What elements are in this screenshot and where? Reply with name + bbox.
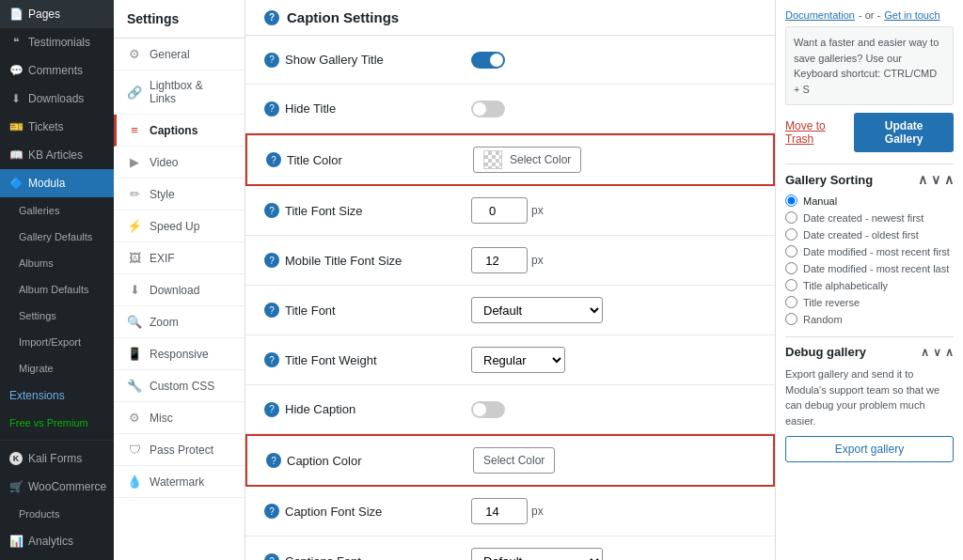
title-font-size-unit: px [531,204,544,217]
help-badge-9[interactable]: ? [266,453,281,468]
sort-modified-last[interactable]: Date modified - most recent last [785,262,954,274]
speed-icon: ⚡ [127,219,142,233]
sort-close-icon[interactable]: ∧ [944,172,954,187]
sub-sidebar-item-lightbox[interactable]: 🔗 Lightbox & Links [114,70,245,115]
sort-manual[interactable]: Manual [785,194,954,207]
pages-icon: 📄 [9,8,23,21]
sort-modified-recent[interactable]: Date modified - most recent first [785,245,954,257]
sidebar-item-comments[interactable]: 💬 Comments [0,56,114,85]
sub-sidebar-item-general[interactable]: ⚙ General [114,39,245,70]
captions-font-label: ? Captions Font [264,553,471,560]
sidebar-divider-1 [0,440,114,441]
title-font-weight-select[interactable]: Regular Bold Light [471,347,565,373]
sidebar-item-galleries[interactable]: Galleries [0,197,114,224]
sub-sidebar-item-custom-css[interactable]: 🔧 Custom CSS [114,370,245,402]
update-gallery-button[interactable]: Update Gallery [854,113,954,152]
sidebar-item-free-premium[interactable]: Free vs Premium [0,410,114,436]
sidebar-item-kali-forms[interactable]: K Kali Forms [0,444,114,473]
help-badge-1[interactable]: ? [264,53,279,68]
caption-color-button[interactable]: Select Color [473,447,555,474]
show-gallery-title-control [471,52,756,69]
debug-down-icon[interactable]: ∨ [933,346,941,359]
sort-title-alpha[interactable]: Title alphabetically [785,279,954,291]
debug-close-icon[interactable]: ∧ [945,346,954,359]
sort-date-oldest[interactable]: Date created - oldest first [785,228,954,241]
hide-caption-toggle[interactable] [471,401,505,418]
help-badge-8[interactable]: ? [264,402,279,417]
sidebar-item-modula[interactable]: 🔷 Modula [0,169,114,197]
title-font-size-control: px [471,197,756,224]
help-badge-4[interactable]: ? [264,203,279,218]
sub-sidebar-item-watermark[interactable]: 💧 Watermark [114,466,245,498]
debug-actions: ∧ ∨ ∧ [921,346,954,359]
hide-caption-control [471,401,756,418]
help-badge-3[interactable]: ? [266,152,281,167]
sidebar-item-migrate[interactable]: Migrate [0,355,114,381]
sub-sidebar-item-captions[interactable]: ≡ Captions [114,115,245,147]
title-color-button[interactable]: Select Color [473,147,581,173]
video-icon: ▶ [127,155,142,169]
title-font-size-input[interactable] [471,197,528,224]
sub-sidebar-item-responsive[interactable]: 📱 Responsive [114,338,245,370]
caption-font-size-label: ? Caption Font Size [264,504,471,519]
sidebar-item-marketing[interactable]: 📣 Marketing [0,555,114,560]
show-gallery-title-toggle[interactable] [471,52,505,69]
sidebar-item-kb-articles[interactable]: 📖 KB Articles [0,141,114,169]
help-badge-7[interactable]: ? [264,352,279,367]
move-to-trash-link[interactable]: Move to Trash [785,119,854,146]
help-badge-5[interactable]: ? [264,253,279,268]
sub-sidebar-item-video[interactable]: ▶ Video [114,147,245,179]
sort-title-reverse[interactable]: Title reverse [785,296,954,308]
sort-random[interactable]: Random [785,313,954,325]
sub-sidebar-item-download[interactable]: ⬇ Download [114,274,245,306]
right-panel: Documentation - or - Get in touch Want a… [775,0,963,560]
testimonials-icon: ❝ [9,36,23,49]
sub-sidebar-item-exif[interactable]: 🖼 EXIF [114,242,245,274]
sort-down-icon[interactable]: ∨ [931,172,940,187]
export-gallery-button[interactable]: Export gallery [785,436,954,462]
title-font-select[interactable]: Default [471,297,603,323]
sidebar-item-downloads[interactable]: ⬇ Downloads [0,85,114,113]
hide-title-toggle[interactable] [471,101,505,117]
documentation-link[interactable]: Documentation [785,9,855,21]
sidebar-item-gallery-defaults[interactable]: Gallery Defaults [0,224,114,250]
help-badge-6[interactable]: ? [264,303,279,318]
sidebar-item-analytics[interactable]: 📊 Analytics [0,527,114,555]
title-color-control: Select Color [473,147,754,173]
help-badge-11[interactable]: ? [264,553,279,560]
title-font-size-row: ? Title Font Size px [245,186,775,236]
css-icon: 🔧 [127,379,142,393]
sub-sidebar-item-pass-protect[interactable]: 🛡 Pass Protect [114,434,245,466]
caption-help-badge[interactable]: ? [264,10,279,25]
caption-font-size-input[interactable] [471,498,528,524]
sort-date-newest[interactable]: Date created - newest first [785,211,954,224]
sidebar-item-album-defaults[interactable]: Album Defaults [0,276,114,303]
comments-icon: 💬 [9,64,23,77]
sidebar-item-pages[interactable]: 📄 Pages [0,0,114,28]
mobile-font-size-input[interactable] [471,247,528,273]
sidebar-item-tickets[interactable]: 🎫 Tickets [0,113,114,141]
debug-up-icon[interactable]: ∧ [921,346,929,359]
color-checker-1 [483,150,502,169]
sidebar-item-import-export[interactable]: Import/Export [0,329,114,355]
sidebar-item-products[interactable]: Products [0,501,114,527]
sidebar-item-woocommerce[interactable]: 🛒 WooCommerce [0,473,114,501]
responsive-icon: 📱 [127,347,142,361]
sub-sidebar-title: Settings [114,0,245,39]
show-gallery-title-row: ? Show Gallery Title [245,36,775,85]
sub-sidebar-item-speed-up[interactable]: ⚡ Speed Up [114,210,245,242]
sort-up-icon[interactable]: ∧ [918,172,927,187]
sub-sidebar-item-zoom[interactable]: 🔍 Zoom [114,306,245,338]
sidebar-item-settings[interactable]: Settings [0,303,114,329]
sidebar-item-extensions[interactable]: Extensions [0,381,114,410]
caption-header: ? Caption Settings [245,0,775,36]
sub-sidebar-item-style[interactable]: ✏ Style [114,179,245,210]
help-badge-10[interactable]: ? [264,504,279,519]
sub-sidebar-item-misc[interactable]: ⚙ Misc [114,402,245,434]
title-font-row: ? Title Font Default [245,286,775,335]
get-in-touch-link[interactable]: Get in touch [884,9,939,21]
help-badge-2[interactable]: ? [264,101,279,117]
sidebar-item-albums[interactable]: Albums [0,250,114,276]
sidebar-item-testimonials[interactable]: ❝ Testimonials [0,28,114,56]
captions-font-select[interactable]: Default [471,548,603,560]
